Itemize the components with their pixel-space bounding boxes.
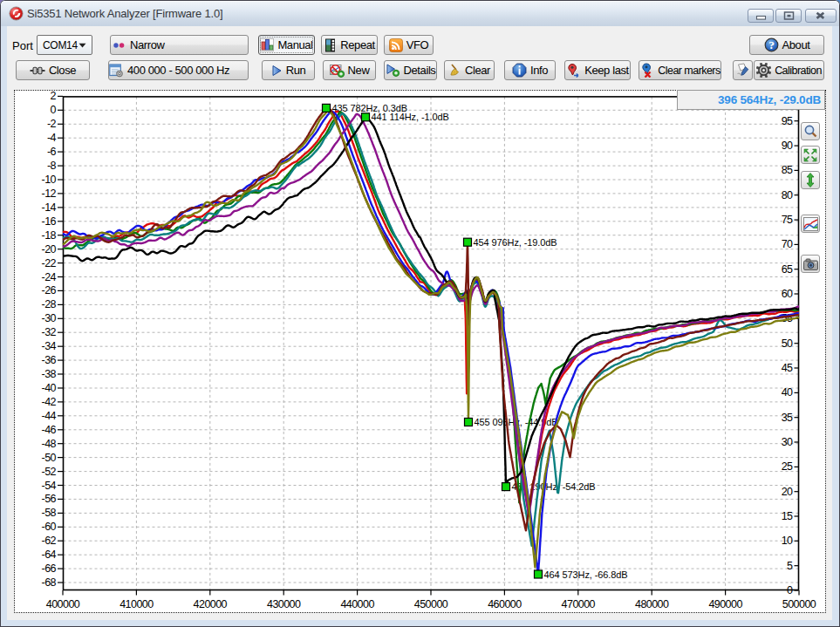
svg-text:470000: 470000 xyxy=(562,598,596,610)
svg-text:-8: -8 xyxy=(47,160,57,172)
svg-text:-12: -12 xyxy=(42,187,57,200)
svg-text:85: 85 xyxy=(782,164,793,176)
svg-text:-60: -60 xyxy=(42,521,57,533)
svg-text:30: 30 xyxy=(782,436,793,448)
svg-text:-48: -48 xyxy=(42,438,57,450)
svg-text:-36: -36 xyxy=(42,354,57,366)
svg-text:65: 65 xyxy=(782,263,793,276)
svg-text:-10: -10 xyxy=(42,174,57,186)
svg-text:460000: 460000 xyxy=(488,598,522,610)
svg-text:-26: -26 xyxy=(42,284,57,296)
svg-text:-28: -28 xyxy=(42,298,57,310)
svg-text:-64: -64 xyxy=(42,549,57,561)
svg-text:-66: -66 xyxy=(42,562,57,575)
svg-text:-6: -6 xyxy=(47,146,57,158)
svg-text:440000: 440000 xyxy=(340,598,374,610)
svg-text:15: 15 xyxy=(782,510,793,522)
svg-text:-20: -20 xyxy=(42,243,57,256)
svg-text:-38: -38 xyxy=(42,368,57,380)
svg-text:?: ? xyxy=(768,38,774,51)
svg-text:430000: 430000 xyxy=(267,598,301,610)
svg-text:-46: -46 xyxy=(42,424,57,436)
svg-text:-42: -42 xyxy=(42,396,57,408)
svg-text:-30: -30 xyxy=(42,312,57,324)
svg-text:500000: 500000 xyxy=(782,598,816,610)
svg-text:45: 45 xyxy=(782,362,793,374)
svg-text:441 114Hz, -1.0dB: 441 114Hz, -1.0dB xyxy=(372,112,449,122)
svg-text:454 976Hz, -19.0dB: 454 976Hz, -19.0dB xyxy=(474,237,557,248)
svg-text:-34: -34 xyxy=(42,340,57,352)
svg-text:-40: -40 xyxy=(42,382,57,394)
svg-text:490000: 490000 xyxy=(708,598,742,610)
svg-text:-2: -2 xyxy=(47,118,57,130)
svg-text:-44: -44 xyxy=(42,410,57,422)
svg-text:420000: 420000 xyxy=(194,598,228,610)
svg-text:5: 5 xyxy=(787,560,793,572)
svg-text:25: 25 xyxy=(782,460,793,473)
svg-text:410000: 410000 xyxy=(120,598,154,610)
svg-text:50: 50 xyxy=(782,337,793,350)
svg-text:450000: 450000 xyxy=(414,598,448,610)
svg-text:0: 0 xyxy=(51,104,57,116)
svg-text:70: 70 xyxy=(782,238,793,250)
svg-text:80: 80 xyxy=(782,189,793,201)
svg-text:480000: 480000 xyxy=(635,598,669,610)
svg-text:400000: 400000 xyxy=(46,598,80,610)
svg-text:-16: -16 xyxy=(42,215,57,228)
svg-text:2: 2 xyxy=(51,91,57,102)
svg-text:-54: -54 xyxy=(42,480,57,492)
svg-text:35: 35 xyxy=(782,412,793,424)
svg-text:-58: -58 xyxy=(42,507,57,519)
svg-text:0: 0 xyxy=(787,584,793,596)
svg-text:10: 10 xyxy=(782,535,793,547)
svg-text:-18: -18 xyxy=(42,229,57,242)
svg-text:-68: -68 xyxy=(42,576,57,589)
svg-text:90: 90 xyxy=(782,140,793,152)
svg-text:-22: -22 xyxy=(42,257,57,269)
svg-text:20: 20 xyxy=(782,486,793,498)
svg-text:-24: -24 xyxy=(42,271,57,283)
svg-text:95: 95 xyxy=(782,115,793,127)
svg-text:75: 75 xyxy=(782,214,793,226)
svg-text:-32: -32 xyxy=(42,326,57,338)
svg-text:60: 60 xyxy=(782,288,793,300)
svg-text:-52: -52 xyxy=(42,466,57,478)
svg-text:-14: -14 xyxy=(42,201,57,214)
svg-text:-50: -50 xyxy=(42,452,57,464)
svg-text:-62: -62 xyxy=(42,535,57,547)
svg-text:-4: -4 xyxy=(47,132,57,144)
svg-text:40: 40 xyxy=(782,386,793,399)
svg-text:-56: -56 xyxy=(42,493,57,505)
svg-text:464 573Hz, -66.8dB: 464 573Hz, -66.8dB xyxy=(544,569,628,580)
